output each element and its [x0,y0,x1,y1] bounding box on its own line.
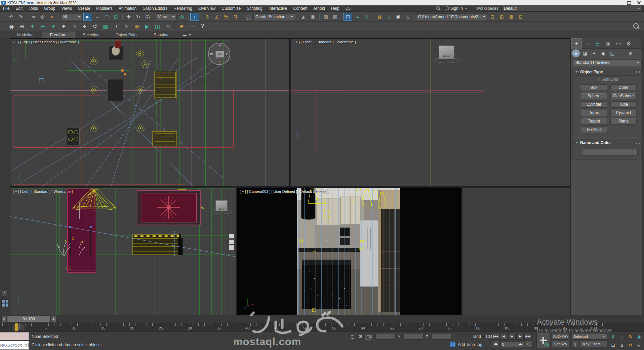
viewport-compass[interactable]: N E S W TOP [208,43,230,65]
search-icon[interactable] [436,6,441,11]
select-and-scale-icon[interactable]: ◱ [143,13,152,21]
menu-animation[interactable]: Animation [116,5,139,12]
select-and-move-icon[interactable]: ✚ [124,13,133,21]
viewport-left[interactable]: [ + ] [ Left ] [ Standard ] [ Wireframe … [10,188,236,315]
menu-rendering[interactable]: Rendering [170,5,195,12]
field-of-view-icon[interactable]: ◉ [635,333,643,341]
object-type-button[interactable]: Teapot [581,118,607,125]
object-type-button[interactable]: Torus [581,110,607,116]
menu-d5[interactable]: D5 [343,5,354,12]
use-pivot-center-icon[interactable]: ◎ [177,13,186,21]
search-icon[interactable] [633,23,640,30]
add-time-tag-button[interactable]: Add Time Tag [450,342,482,347]
go-to-end-button[interactable]: ▶▶| [524,333,532,340]
rollout-header[interactable]: Object Type [573,68,642,76]
macro-recorder-field[interactable] [0,332,29,340]
object-type-button[interactable]: Pyramid [610,110,637,116]
maximize-viewport-toggle-icon[interactable]: ◱ [635,341,643,349]
workspace-dropdown[interactable]: Default [501,6,643,11]
named-selection-dropdown[interactable]: Create Selection Se [253,13,295,20]
photo-stack-icon[interactable]: ▧ [100,22,110,31]
swirl-icon[interactable]: ↺ [90,22,100,31]
time-configuration-button[interactable]: ◷ [525,341,532,347]
time-slider-grip[interactable]: 0 / 100 [7,316,50,322]
workspace-import-icon[interactable]: ⊟ [488,13,497,21]
named-selection-sets-icon[interactable]: { } [244,13,253,21]
menu-customize[interactable]: Customize [219,5,244,12]
select-by-name-icon[interactable]: ≡ [93,13,102,21]
menu-help[interactable]: Help [328,5,343,12]
add-camera-icon[interactable]: ⊕ [17,22,27,31]
tree-building-icon[interactable]: ⌂ [69,22,79,31]
window-crossing-icon[interactable]: ⊞ [112,13,120,21]
reference-coordinate-dropdown[interactable]: View [156,13,177,20]
tab-modify[interactable]: ◔ [582,38,592,49]
cat-lights[interactable]: ✦ [590,49,598,57]
current-frame-field[interactable]: 0 ◀▶ [500,341,524,347]
curve-editor-icon[interactable]: ∿ [353,13,362,21]
menu-graph-editors[interactable]: Graph Editors [139,5,170,12]
viewport-front[interactable]: [ + ] [ Front ] [ Standard ] [ Wireframe… [291,38,570,187]
viewport-top[interactable]: [ + ] [ Top ] [ User Defined ] [ Wirefra… [10,38,290,187]
object-type-button[interactable]: Cone [610,84,637,91]
spinner-arrows-icon[interactable]: ◀▶ [519,343,522,346]
percent-snap-icon[interactable]: % [222,13,231,21]
selection-region-icon[interactable]: ▢ [102,13,111,21]
tab-motion[interactable]: ◎ [603,38,613,49]
auto-key-button[interactable]: Auto Key [552,333,569,340]
lines-document-icon[interactable]: ≣ [187,22,197,31]
mirror-icon[interactable]: ◭ [299,13,308,21]
walk-through-icon[interactable]: ♙ [618,341,626,349]
ribbon-toggle-icon[interactable]: ◫ [344,13,352,21]
viewcube[interactable]: LEFT [215,200,228,211]
selection-lock-icon[interactable]: ⊠ [357,334,363,340]
key-filters-button[interactable]: Key Filters... [579,341,607,347]
object-color-swatch[interactable] [640,149,640,155]
menu-modifiers[interactable]: Modifiers [93,5,116,12]
object-type-button[interactable]: Plane [610,118,637,125]
cat-cameras[interactable]: ◉ [599,49,607,57]
menu-file[interactable]: File [0,5,12,12]
menu-edit[interactable]: Edit [12,5,26,12]
select-and-manipulate-icon[interactable]: ↑ [190,13,199,21]
tree-icon[interactable]: ♠ [48,22,58,31]
tab-display[interactable]: ▭ [613,38,623,49]
viewcube[interactable]: FRONT [439,45,454,59]
tab-object-paint[interactable]: Object Paint [108,32,146,38]
viewport-label[interactable]: [ + ] [ Left ] [ Standard ] [ Wireframe … [13,189,73,194]
tab-utilities[interactable]: ⚙ [623,38,634,49]
zoom-extents-icon[interactable]: ↻ [627,333,635,341]
select-and-rotate-icon[interactable]: ↻ [134,13,143,21]
rendered-frame-icon[interactable]: ▣ [394,13,403,21]
frame-step-button[interactable]: ◀▶ [492,341,499,347]
key-brackets-icon[interactable]: { } [571,341,578,347]
viewport-label[interactable]: [ + ] [ Camera003 ] [ User Defined ] [ D… [240,189,328,194]
cat-systems[interactable]: ⊛ [627,49,634,57]
viewport-layout-tabs-icon[interactable] [1,300,9,307]
isolate-selection-icon[interactable]: ▢ [350,334,356,340]
small-light-icon[interactable]: ○ [121,22,131,31]
snaps-toggle-icon[interactable]: 3 [203,13,212,21]
sun-positioner-icon[interactable]: ☀ [38,22,48,31]
zoom-icon[interactable]: ⇕ [609,333,617,341]
object-name-input[interactable] [582,149,638,155]
workspace-save-icon[interactable]: ⊞ [497,13,506,21]
set-keys-button[interactable] [536,333,550,348]
material-editor-icon[interactable]: ◍ [375,13,384,21]
track-bar[interactable]: ∿ 05101520253035404550556065707580859095… [0,323,644,331]
viewport-label[interactable]: [ + ] [ Top ] [ User Defined ] [ Wirefra… [13,40,79,44]
viewport-label[interactable]: [ + ] [ Front ] [ Standard ] [ Wireframe… [293,40,356,44]
y-coordinate-field[interactable] [403,334,424,340]
object-type-button[interactable]: Tube [610,101,637,108]
menu-tools[interactable]: Tools [26,5,41,12]
leaf-icon[interactable]: ♣ [59,22,69,31]
menu-arnold[interactable]: Arnold [310,5,328,12]
ribbon-overflow-button[interactable]: ▬ [183,33,191,38]
tab-modeling[interactable]: Modeling [9,32,42,38]
play-button[interactable]: ▶ [508,333,516,340]
object-type-button[interactable]: Cylinder [581,101,607,108]
workspace-manage-icon[interactable]: ⊡ [516,13,525,21]
undo-icon[interactable]: ↶ [7,13,15,21]
menu-interactive[interactable]: Interactive [266,5,290,12]
workspace-link-icon[interactable]: ⊠ [507,13,516,21]
